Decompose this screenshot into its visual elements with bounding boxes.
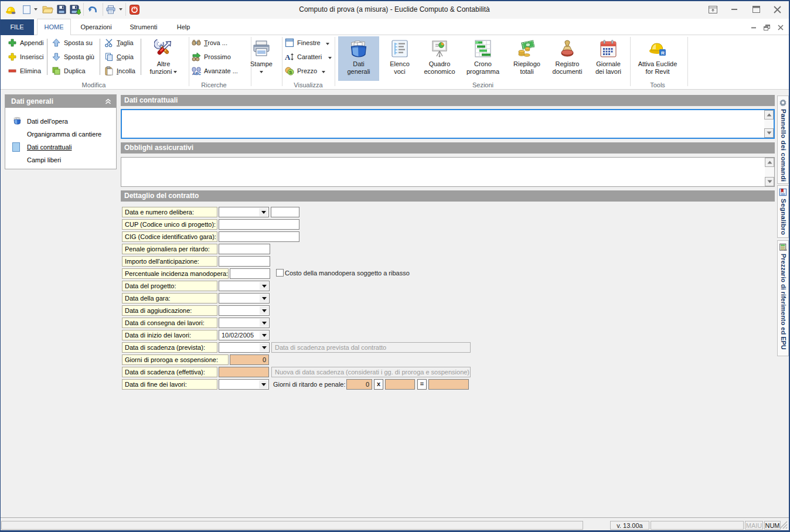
svg-text:R: R [661,50,665,56]
svg-text:S: S [289,70,292,75]
svg-text:A: A [285,53,291,62]
svg-text:ABC: ABC [192,71,201,76]
